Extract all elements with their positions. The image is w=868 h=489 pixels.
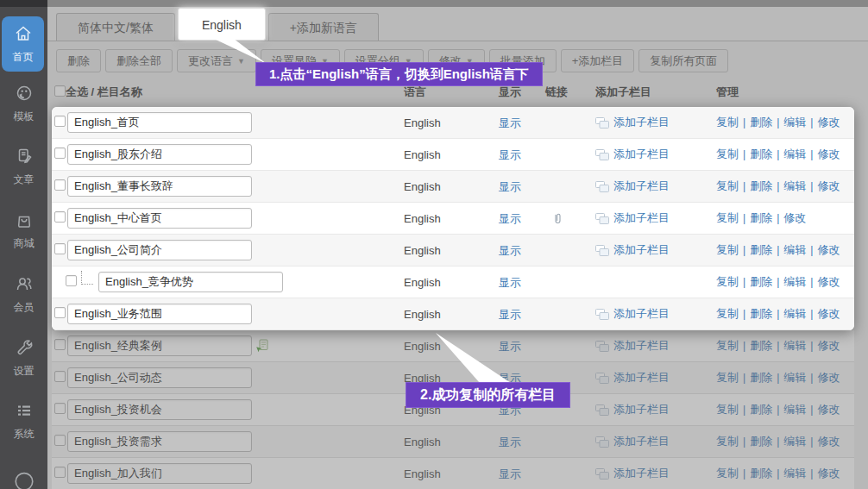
action-link[interactable]: 删除	[750, 275, 772, 288]
action-link[interactable]: 修改	[817, 467, 840, 480]
sidebar-item-partial[interactable]	[0, 453, 47, 489]
show-link[interactable]: 显示	[499, 436, 521, 448]
action-link[interactable]: 编辑	[783, 371, 806, 384]
action-link[interactable]: 修改	[817, 179, 840, 192]
show-link[interactable]: 显示	[499, 467, 521, 480]
add-subcolumn-link[interactable]: 添加子栏目	[613, 370, 670, 386]
add-subcolumn-link[interactable]: 添加子栏目	[613, 338, 670, 354]
action-link[interactable]: 修改	[817, 275, 840, 288]
row-checkbox[interactable]	[54, 339, 66, 350]
sidebar-item-article[interactable]: 文章	[0, 135, 47, 198]
action-link[interactable]: 删除	[750, 371, 772, 384]
show-link[interactable]: 显示	[499, 180, 521, 193]
column-name-input[interactable]	[67, 367, 252, 388]
action-link[interactable]: 编辑	[783, 116, 806, 129]
action-link[interactable]: 复制	[716, 339, 739, 352]
select-all-checkbox[interactable]	[54, 85, 66, 97]
row-checkbox[interactable]	[54, 116, 66, 127]
action-link[interactable]: 修改	[817, 307, 840, 320]
action-link[interactable]: 删除	[750, 435, 772, 448]
column-name-input[interactable]	[67, 144, 252, 165]
action-link[interactable]: 修改	[817, 403, 840, 416]
column-name-input[interactable]	[67, 431, 252, 452]
tab-add-language[interactable]: +添加新语言	[268, 13, 379, 41]
action-link[interactable]: 删除	[750, 116, 772, 129]
show-link[interactable]: 显示	[499, 276, 521, 289]
column-name-input[interactable]	[67, 463, 252, 484]
tab-english[interactable]: English	[178, 8, 266, 41]
add-subcolumn-link[interactable]: 添加子栏目	[613, 402, 670, 417]
sidebar-item-settings[interactable]: 设置	[0, 326, 47, 390]
add-subcolumn-link[interactable]: 添加子栏目	[613, 306, 670, 322]
row-checkbox[interactable]	[54, 179, 66, 191]
action-link[interactable]: 复制	[716, 179, 739, 192]
action-link[interactable]: 编辑	[783, 307, 806, 320]
show-link[interactable]: 显示	[499, 212, 521, 225]
action-link[interactable]: 删除	[750, 147, 772, 160]
action-link[interactable]: 编辑	[783, 435, 806, 448]
sidebar-item-mall[interactable]: 商城	[0, 198, 47, 262]
sidebar-item-members[interactable]: 会员	[0, 262, 47, 326]
add-column-button[interactable]: +添加栏目	[561, 49, 635, 72]
action-link[interactable]: 复制	[716, 403, 739, 416]
column-name-input[interactable]	[67, 112, 252, 133]
action-link[interactable]: 编辑	[783, 467, 806, 480]
column-name-input[interactable]	[98, 272, 283, 292]
action-link[interactable]: 修改	[817, 371, 840, 384]
show-link[interactable]: 显示	[499, 148, 521, 161]
action-link[interactable]: 修改	[817, 116, 840, 129]
sidebar-item-home[interactable]: 首页	[2, 16, 44, 72]
action-link[interactable]: 复制	[716, 211, 739, 224]
action-link[interactable]: 修改	[783, 211, 806, 224]
row-checkbox[interactable]	[54, 147, 66, 159]
tab-simplified-chinese[interactable]: 简体中文/繁体	[56, 13, 175, 41]
column-name-input[interactable]	[67, 208, 252, 229]
add-subcolumn-link[interactable]: 添加子栏目	[613, 466, 670, 481]
action-link[interactable]: 编辑	[783, 403, 806, 416]
show-link[interactable]: 显示	[499, 340, 521, 353]
row-checkbox[interactable]	[54, 243, 66, 254]
action-link[interactable]: 编辑	[783, 243, 806, 256]
action-link[interactable]: 编辑	[783, 275, 806, 288]
action-link[interactable]: 编辑	[783, 339, 806, 352]
column-name-input[interactable]	[67, 176, 252, 197]
show-link[interactable]: 显示	[499, 244, 521, 257]
column-name-input[interactable]	[67, 335, 252, 356]
copy-all-pages-button[interactable]: 复制所有页面	[638, 49, 728, 72]
row-checkbox[interactable]	[54, 211, 66, 223]
action-link[interactable]: 删除	[750, 307, 772, 320]
row-checkbox[interactable]	[54, 435, 66, 446]
action-link[interactable]: 删除	[750, 403, 772, 416]
action-link[interactable]: 复制	[716, 275, 739, 288]
sidebar-item-system[interactable]: 系统	[0, 389, 47, 453]
action-link[interactable]: 修改	[817, 339, 840, 352]
action-link[interactable]: 复制	[716, 243, 739, 256]
row-checkbox[interactable]	[54, 307, 66, 318]
add-subcolumn-link[interactable]: 添加子栏目	[613, 179, 670, 194]
add-subcolumn-link[interactable]: 添加子栏目	[613, 210, 670, 226]
action-link[interactable]: 删除	[750, 339, 772, 352]
action-link[interactable]: 删除	[750, 179, 772, 192]
action-link[interactable]: 修改	[817, 435, 840, 448]
column-name-input[interactable]	[67, 240, 252, 260]
delete-button[interactable]: 删除	[56, 49, 101, 72]
add-subcolumn-link[interactable]: 添加子栏目	[613, 115, 670, 130]
column-name-input[interactable]	[67, 399, 252, 420]
action-link[interactable]: 复制	[716, 371, 739, 384]
action-link[interactable]: 复制	[716, 467, 739, 480]
show-link[interactable]: 显示	[499, 308, 521, 321]
action-link[interactable]: 复制	[716, 307, 739, 320]
row-checkbox[interactable]	[54, 371, 66, 382]
action-link[interactable]: 删除	[750, 211, 772, 224]
action-link[interactable]: 复制	[716, 147, 739, 160]
add-subcolumn-link[interactable]: 添加子栏目	[613, 242, 670, 258]
column-name-input[interactable]	[67, 304, 252, 324]
action-link[interactable]: 删除	[750, 467, 772, 480]
action-link[interactable]: 修改	[817, 147, 840, 160]
sidebar-item-template[interactable]: 模板	[0, 72, 47, 135]
action-link[interactable]: 复制	[716, 435, 739, 448]
action-link[interactable]: 编辑	[783, 179, 806, 192]
row-checkbox[interactable]	[54, 403, 66, 414]
delete-all-button[interactable]: 删除全部	[105, 49, 173, 72]
action-link[interactable]: 复制	[716, 116, 739, 129]
